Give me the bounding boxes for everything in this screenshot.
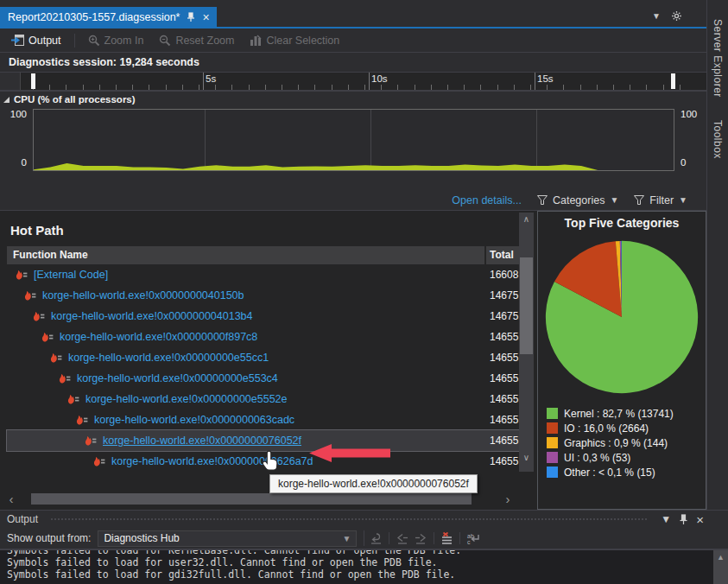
icon-separator [434, 532, 434, 544]
panel-position-chevron-icon[interactable]: ▼ [661, 514, 671, 524]
window-list-chevron-icon[interactable]: ▼ [652, 11, 661, 21]
categories-pie-chart[interactable] [543, 237, 700, 397]
next-message-icon[interactable] [415, 533, 427, 544]
output-icon [11, 35, 24, 46]
legend-swatch [547, 452, 558, 463]
legend-item-graphics: Graphics : 0,9 % (144) [547, 435, 706, 450]
previous-message-icon[interactable] [396, 533, 408, 544]
hot-path-row[interactable]: korge-hello-world.exe!0x0000000040150b14… [7, 285, 519, 306]
goto-message-icon[interactable] [370, 532, 383, 544]
output-title: Output [7, 513, 38, 525]
function-link[interactable]: korge-hello-world.exe!0x00000000e55cc1 [68, 352, 269, 364]
hot-path-panel: Hot Path Function Name Total [External C… [0, 211, 519, 510]
cpu-ymin-left: 0 [22, 157, 27, 168]
gear-icon[interactable] [671, 10, 682, 22]
hot-path-row[interactable]: korge-hello-world.exe!0x00000000e553c414… [7, 368, 519, 389]
output-button[interactable]: Output [5, 32, 67, 49]
clear-selection-label: Clear Selection [266, 35, 339, 47]
function-link[interactable]: korge-hello-world.exe!0x00000000626a7d [111, 455, 313, 467]
legend-swatch [547, 422, 558, 434]
toolbar-separator [74, 34, 75, 48]
horizontal-scroll-track[interactable] [21, 492, 498, 506]
total-value: 14655 [486, 352, 519, 364]
hot-path-row[interactable]: korge-hello-world.exe!0x000000004013b414… [7, 306, 519, 327]
console-line: Symbols failed to load for user32.dll. C… [7, 556, 728, 568]
function-link[interactable]: korge-hello-world.exe!0x00000000e5552e [85, 393, 288, 405]
legend-swatch [547, 437, 558, 448]
word-wrap-icon[interactable]: abc [466, 532, 480, 544]
cpu-ymax-right: 100 [681, 109, 697, 119]
cpu-chart[interactable] [33, 109, 674, 171]
horizontal-scroll-thumb[interactable] [31, 493, 472, 505]
scroll-right-icon[interactable]: › [498, 492, 517, 506]
scroll-down-icon[interactable]: ∨ [519, 453, 534, 462]
hot-path-row[interactable]: [External Code]16608 [7, 264, 519, 285]
collapse-triangle-icon [3, 97, 9, 103]
scroll-left-icon[interactable]: ‹ [2, 492, 21, 506]
column-function-name[interactable]: Function Name [7, 246, 484, 264]
hot-path-rows: [External Code]16608korge-hello-world.ex… [0, 264, 519, 488]
hot-path-row[interactable]: korge-hello-world.exe!0x0000000076052f14… [7, 430, 519, 451]
ruler-major-tick [203, 73, 204, 90]
horizontal-scrollbar[interactable]: ‹ › [2, 492, 517, 506]
filter-dropdown[interactable]: Filter ▼ [634, 194, 687, 206]
clear-all-icon[interactable] [440, 532, 453, 544]
close-tab-icon[interactable]: × [202, 11, 209, 23]
flame-icon [50, 352, 62, 363]
sidebar-tab-toolbox[interactable]: Toolbox [712, 120, 724, 159]
zoom-in-button[interactable]: Zoom In [82, 32, 150, 49]
hot-path-row[interactable]: korge-hello-world.exe!0x00000000f897c814… [7, 327, 519, 347]
vertical-scroll-thumb[interactable] [520, 257, 533, 354]
ruler-major-tick [369, 73, 370, 90]
document-tab[interactable]: Report20210305-1557.diagsession* × [0, 7, 217, 27]
scroll-up-icon[interactable]: ∧ [519, 214, 534, 224]
function-link[interactable]: korge-hello-world.exe!0x0000000040150b [42, 289, 244, 302]
function-link[interactable]: korge-hello-world.exe!0x000000004013b4 [51, 310, 253, 322]
function-tooltip: korge-hello-world.exe!0x0000000076052f [269, 474, 478, 493]
session-bar: Diagnostics session: 19,284 seconds [0, 53, 706, 73]
cpu-section-header[interactable]: CPU (% of all processors) [0, 92, 706, 107]
open-details-link[interactable]: Open details... [452, 194, 522, 206]
hot-path-row[interactable]: korge-hello-world.exe!0x00000000e5552e14… [7, 389, 519, 409]
panel-grip [50, 517, 649, 522]
legend-label: Kernel : 82,7 % (13741) [564, 408, 674, 420]
reset-zoom-button[interactable]: Reset Zoom [153, 32, 240, 49]
function-link[interactable]: korge-hello-world.exe!0x00000000f897c8 [60, 331, 257, 343]
hot-path-row[interactable]: korge-hello-world.exe!0x0000000063cadc14… [7, 409, 519, 430]
clear-selection-button[interactable]: Clear Selection [244, 32, 345, 49]
output-title-bar[interactable]: Output ▼ × [0, 511, 728, 528]
output-console[interactable]: Symbols failed to load for KernelBase.dl… [0, 549, 728, 584]
column-total[interactable]: Total [486, 246, 519, 264]
timeline-ruler[interactable]: 5s10s15s [0, 73, 706, 92]
categories-legend: Kernel : 82,7 % (13741)IO : 16,0 % (2664… [538, 397, 706, 479]
total-value: 14655 [486, 414, 519, 426]
console-scroll-up-icon[interactable]: ▲ [713, 553, 728, 562]
selection-handle-left[interactable] [31, 73, 35, 89]
categories-dropdown[interactable]: Categories ▼ [537, 194, 618, 206]
function-link[interactable]: korge-hello-world.exe!0x00000000e553c4 [77, 372, 278, 384]
filter-label: Filter [649, 194, 674, 206]
categories-chevron-icon: ▼ [610, 195, 618, 205]
top-categories-title: Top Five Categories [538, 212, 706, 232]
pin-icon[interactable] [187, 12, 195, 22]
panel-pin-icon[interactable] [680, 514, 687, 525]
hot-path-row[interactable]: korge-hello-world.exe!0x00000000e55cc114… [7, 347, 519, 368]
function-link[interactable]: korge-hello-world.exe!0x0000000063cadc [94, 414, 294, 426]
output-source-select[interactable]: Diagnostics Hub ▼ [98, 530, 357, 547]
ruler-label-10s: 10s [371, 73, 388, 84]
vertical-scrollbar[interactable]: ∧ ∨ [519, 213, 534, 472]
legend-item-ui: UI : 0,3 % (53) [547, 450, 706, 465]
categories-label: Categories [553, 194, 605, 206]
hot-path-table-header: Function Name Total [0, 246, 519, 264]
selection-handle-right[interactable] [671, 73, 675, 89]
ruler-corner [0, 73, 21, 90]
sidebar-tab-server-explorer[interactable]: Server Explorer [712, 19, 724, 98]
cpu-ymin-right: 0 [681, 157, 686, 168]
hot-path-row[interactable]: korge-hello-world.exe!0x00000000626a7d14… [7, 451, 519, 472]
panel-close-icon[interactable]: × [696, 513, 704, 526]
function-link[interactable]: [External Code] [34, 269, 108, 281]
console-scrollbar[interactable]: ▲ [713, 550, 728, 584]
legend-item-other: Other : < 0,1 % (15) [547, 465, 706, 479]
flame-icon [59, 373, 71, 384]
function-link[interactable]: korge-hello-world.exe!0x0000000076052f [103, 435, 301, 447]
